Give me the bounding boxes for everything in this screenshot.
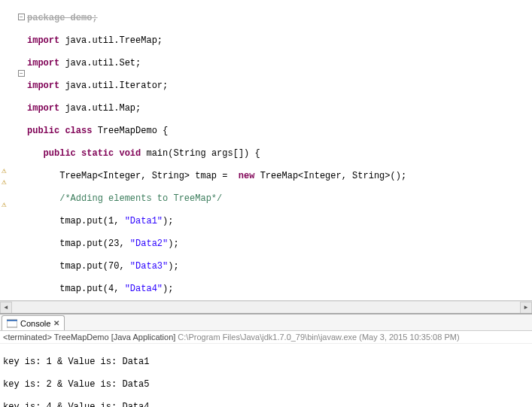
code-text: ); (163, 284, 173, 294)
fold-minus-icon[interactable]: − (18, 70, 25, 77)
code-text: ); (168, 238, 178, 249)
code-text: TreeMap<Integer, String>(); (254, 171, 406, 181)
console-icon (7, 319, 17, 328)
kw-static: static (76, 148, 114, 159)
kw-import: import (27, 58, 59, 68)
code-text: ); (163, 216, 173, 226)
output-line: key is: 4 & Value is: Data4 (3, 402, 529, 407)
scroll-right-arrow[interactable]: ► (520, 302, 532, 314)
console-panel: Console ✕ <terminated> TreeMapDemo [Java… (0, 313, 532, 407)
comment: /*Adding elements to TreeMap*/ (59, 193, 222, 204)
kw-void: void (114, 148, 141, 159)
svg-rect-1 (7, 320, 17, 321)
warning-icon: ⚠ (2, 178, 11, 187)
console-output[interactable]: key is: 1 & Value is: Data1 key is: 2 & … (0, 344, 532, 407)
warning-icon: ⚠ (2, 200, 11, 209)
console-tab-label: Console (20, 319, 50, 328)
kw-public: public (44, 148, 76, 159)
package-line: package demo; (27, 13, 98, 23)
code-text: tmap.put(70, (59, 261, 130, 272)
kw-import: import (27, 103, 59, 114)
close-icon[interactable]: ✕ (53, 319, 59, 327)
output-line: key is: 1 & Value is: Data1 (3, 357, 529, 368)
import-pkg: java.util.Map; (59, 103, 141, 114)
console-status: <terminated> TreeMapDemo [Java Applicati… (0, 331, 532, 344)
code-text: TreeMap<Integer, String> tmap = (59, 171, 233, 181)
kw-new: new (233, 171, 255, 181)
code-text: tmap.put(23, (59, 238, 130, 249)
editor-gutter: − − ⚠ ⚠ ⚠ (0, 0, 27, 300)
code-editor[interactable]: − − ⚠ ⚠ ⚠ package demo; import java.util… (0, 0, 532, 301)
code-content[interactable]: package demo; import java.util.TreeMap; … (27, 0, 532, 300)
console-tab[interactable]: Console ✕ (2, 315, 65, 330)
import-pkg: java.util.TreeMap; (59, 35, 163, 46)
scroll-left-arrow[interactable]: ◄ (0, 302, 12, 314)
fold-minus-icon[interactable]: − (18, 14, 25, 20)
status-terminated: <terminated> (3, 333, 52, 342)
class-name: TreeMapDemo { (92, 126, 168, 136)
status-path: C:\Program Files\Java\jdk1.7.0_79\bin\ja… (178, 333, 459, 342)
string-literal: "Data4" (125, 284, 163, 294)
status-app: TreeMapDemo [Java Application] (52, 333, 178, 342)
import-pkg: java.util.Set; (59, 58, 141, 68)
output-line: key is: 2 & Value is: Data5 (3, 379, 529, 390)
string-literal: "Data1" (125, 216, 163, 226)
string-literal: "Data2" (130, 238, 168, 249)
kw-public: public (27, 126, 59, 136)
code-text: ); (168, 261, 178, 272)
horizontal-scrollbar[interactable]: ◄ ► (0, 301, 532, 313)
string-literal: "Data3" (130, 261, 168, 272)
code-text: tmap.put(1, (59, 216, 124, 226)
method-main: main(String args[]) { (141, 148, 260, 159)
console-tabbar: Console ✕ (0, 314, 532, 331)
kw-import: import (27, 80, 59, 91)
code-text: tmap.put(4, (59, 284, 124, 294)
import-pkg: java.util.Iterator; (59, 80, 168, 91)
warning-icon: ⚠ (2, 166, 11, 175)
kw-class: class (59, 126, 92, 136)
kw-import: import (27, 35, 59, 46)
